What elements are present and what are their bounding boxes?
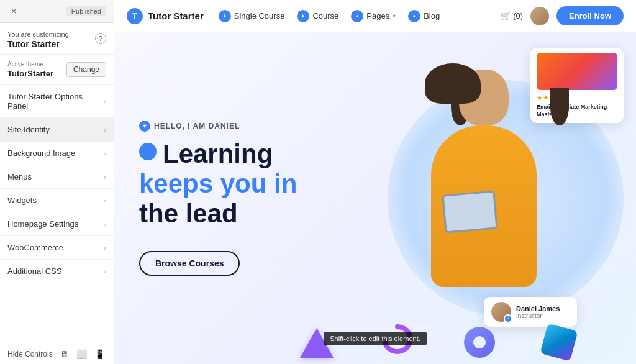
logo-icon: T xyxy=(127,8,143,24)
enroll-now-button[interactable]: Enroll Now xyxy=(556,6,624,25)
sidebar-item-widgets[interactable]: Widgets› xyxy=(0,189,114,212)
hero-section: ✦ HELLO, I AM DANIEL Learning keeps you … xyxy=(114,32,636,364)
menu-item-label: Tutor Starter Options Panel xyxy=(7,92,104,111)
hero-content: ✦ HELLO, I AM DANIEL Learning keeps you … xyxy=(139,121,297,276)
sidebar-item-additional-css[interactable]: Additional CSS› xyxy=(0,260,114,283)
hero-subtitle-icon: ✦ xyxy=(139,121,150,132)
instructor-name: Daniel James xyxy=(516,305,560,312)
active-theme-section: Active theme TutorStarter Change xyxy=(0,55,114,85)
nav-label: Blog xyxy=(424,11,440,20)
nav-item-pages[interactable]: ✦Pages▾ xyxy=(351,10,396,22)
menu-item-label: Widgets xyxy=(7,196,37,205)
nav-icon: ✦ xyxy=(297,10,309,22)
menu-item-label: WooCommerce xyxy=(7,243,63,252)
close-button[interactable]: × xyxy=(7,5,20,17)
help-icon[interactable]: ? xyxy=(95,33,106,44)
sidebar: × Published You are customizing Tutor St… xyxy=(0,0,114,364)
chevron-right-icon: › xyxy=(104,98,106,105)
chevron-right-icon: › xyxy=(104,126,106,134)
sidebar-item-homepage-settings[interactable]: Homepage Settings› xyxy=(0,212,114,236)
person-hair-right xyxy=(550,88,569,125)
published-badge: Published xyxy=(66,6,106,16)
customizing-label: You are customizing xyxy=(7,30,69,38)
sidebar-menu: Tutor Starter Options Panel›Site Identit… xyxy=(0,85,114,344)
bottom-shapes xyxy=(238,314,636,364)
course-card-title: Email & Affiliate Marketing Mastermind xyxy=(537,104,617,118)
menu-item-label: Menus xyxy=(7,172,32,181)
desktop-icon[interactable]: 🖥 xyxy=(60,349,69,359)
bottom-icons: 🖥 ⬜ 📱 xyxy=(60,349,105,359)
hero-title-icon xyxy=(139,143,157,160)
hero-title-line3: the lead xyxy=(139,199,297,229)
nav-label: Single Course xyxy=(234,11,285,20)
hero-title-line2: keeps you in xyxy=(139,169,297,199)
menu-item-label: Additional CSS xyxy=(7,266,61,276)
course-card: ★★★★ Email & Affiliate Marketing Masterm… xyxy=(530,48,624,123)
active-theme-name: TutorStarter xyxy=(7,69,53,78)
avatar xyxy=(530,7,549,25)
mobile-icon[interactable]: 📱 xyxy=(94,349,105,359)
nav-label: Course xyxy=(312,11,338,20)
cart-icon[interactable]: 🛒 (0) xyxy=(501,11,523,20)
nav-icon: ✦ xyxy=(219,10,231,22)
site-title: Tutor Starter xyxy=(148,11,204,21)
menu-item-label: Homepage Settings xyxy=(7,219,78,229)
sidebar-item-menus[interactable]: Menus› xyxy=(0,165,114,189)
hide-controls-button[interactable]: Hide Controls xyxy=(7,350,53,358)
tablet-icon[interactable]: ⬜ xyxy=(76,349,87,359)
customizing-theme-name: Tutor Starter xyxy=(7,39,69,49)
nav-item-blog[interactable]: ✦Blog xyxy=(408,10,440,22)
active-theme-label: Active theme xyxy=(7,61,53,68)
chevron-right-icon: › xyxy=(104,197,106,204)
nav-icon: ✦ xyxy=(408,10,420,22)
dropdown-icon: ▾ xyxy=(393,12,396,19)
main-content: T Tutor Starter ✦Single Course✦Course✦Pa… xyxy=(114,0,636,364)
course-stars: ★★★★ xyxy=(537,94,617,102)
site-header: T Tutor Starter ✦Single Course✦Course✦Pa… xyxy=(114,0,636,32)
nav-item-course[interactable]: ✦Course xyxy=(297,10,338,22)
change-theme-button[interactable]: Change xyxy=(66,62,106,77)
customizing-section: You are customizing Tutor Starter ? xyxy=(0,23,114,55)
sidebar-item-background-image[interactable]: Background Image› xyxy=(0,142,114,165)
course-card-image xyxy=(537,53,617,90)
nav-items: ✦Single Course✦Course✦Pages▾✦Blog xyxy=(219,10,486,22)
nav-label: Pages xyxy=(366,11,389,20)
menu-item-label: Site Identity xyxy=(7,125,50,134)
nav-icon: ✦ xyxy=(351,10,363,22)
menu-item-label: Background Image xyxy=(7,148,75,158)
site-logo: T Tutor Starter xyxy=(127,8,204,24)
chevron-right-icon: › xyxy=(104,173,106,181)
chevron-right-icon: › xyxy=(104,150,106,157)
avatar-image xyxy=(530,7,549,25)
browse-courses-button[interactable]: Browse Courses xyxy=(139,251,240,276)
tooltip: Shift-click to edit this element. xyxy=(324,332,427,345)
chevron-right-icon: › xyxy=(104,268,106,275)
cube-shape xyxy=(540,323,578,361)
sidebar-bottom: Hide Controls 🖥 ⬜ 📱 xyxy=(0,344,114,364)
sidebar-item-tutor-options[interactable]: Tutor Starter Options Panel› xyxy=(0,85,114,118)
hero-subtitle: ✦ HELLO, I AM DANIEL xyxy=(139,121,297,132)
chevron-right-icon: › xyxy=(104,221,106,228)
person-hair xyxy=(425,63,481,104)
person-tablet xyxy=(442,190,497,233)
nav-item-single-course[interactable]: ✦Single Course xyxy=(219,10,285,22)
sidebar-item-woocommerce[interactable]: WooCommerce› xyxy=(0,236,114,260)
hero-title: Learning keeps you in the lead xyxy=(139,139,297,229)
sidebar-item-site-identity[interactable]: Site Identity› xyxy=(0,118,114,142)
sidebar-top-bar: × Published xyxy=(0,0,114,23)
donut-shape xyxy=(464,327,495,358)
cart-count: (0) xyxy=(513,11,523,20)
header-right: 🛒 (0) Enroll Now xyxy=(501,6,624,25)
chevron-right-icon: › xyxy=(104,244,106,252)
